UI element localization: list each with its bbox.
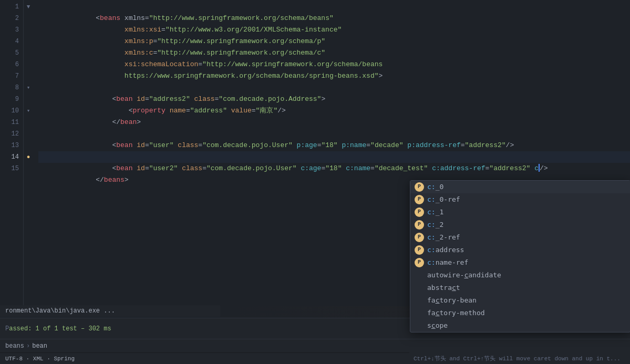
line-num-14: 14 bbox=[4, 151, 19, 163]
editor-container: 1 2 3 4 5 6 7 8 9 10 11 12 13 14 15 ▼ bbox=[0, 0, 630, 364]
line-num-13: 13 bbox=[4, 140, 19, 151]
gutter-9 bbox=[24, 93, 33, 105]
autocomplete-item-6[interactable]: P c:name-ref bbox=[410, 256, 630, 269]
code-line-6: https://www.springframework.org/schema/b… bbox=[38, 59, 630, 70]
autocomplete-item-9[interactable]: factory-bean bbox=[410, 294, 630, 307]
autocomplete-tooltip: Ctrl+↓节头 and Ctrl+↑节头 will move caret do… bbox=[409, 352, 630, 364]
line-num-15: 15 bbox=[4, 163, 19, 174]
ac-label-3: c:_2 bbox=[427, 219, 443, 231]
ac-icon-0: P bbox=[415, 182, 424, 192]
code-line-1: <beans xmlns="http://www.springframework… bbox=[38, 1, 630, 13]
autocomplete-item-2[interactable]: P c:_1 bbox=[410, 206, 630, 219]
code-line-3: xmlns:p="http://www.springframework.org/… bbox=[38, 24, 630, 36]
code-line-2: xmlns:xsi="http://www.w3.org/2001/XMLSch… bbox=[38, 13, 630, 24]
ac-label-11: scope bbox=[427, 319, 448, 332]
gutter-3 bbox=[24, 24, 33, 36]
ac-icon-6: P bbox=[415, 258, 424, 267]
ac-icon-5: P bbox=[415, 245, 424, 255]
breadcrumb-bar: beans › bean bbox=[0, 339, 630, 352]
line-num-1: 1 bbox=[4, 1, 19, 13]
ac-icon-4: P bbox=[415, 233, 424, 242]
code-line-7 bbox=[38, 70, 630, 82]
autocomplete-item-0[interactable]: P c:_0 bbox=[410, 181, 630, 193]
line-numbers: 1 2 3 4 5 6 7 8 9 10 11 12 13 14 15 bbox=[0, 0, 24, 306]
gutter-14: ● bbox=[24, 151, 33, 163]
ac-icon-3: P bbox=[415, 220, 424, 230]
line-num-10: 10 bbox=[4, 105, 19, 117]
status-text: UTF-8 · XML · Spring bbox=[5, 356, 75, 362]
code-line-15: </beans> bbox=[38, 163, 630, 174]
gutter-13 bbox=[24, 140, 33, 151]
gutter-10: ▾ bbox=[24, 105, 33, 117]
ac-label-8: abstract bbox=[427, 282, 460, 294]
ac-icon-2: P bbox=[415, 207, 424, 217]
gutter-12 bbox=[24, 128, 33, 140]
ac-icon-9 bbox=[415, 296, 424, 305]
fold-icon-8[interactable]: ▾ bbox=[27, 82, 30, 93]
ac-label-1: c:_0-ref bbox=[427, 193, 460, 206]
tooltip-text: Ctrl+↓节头 and Ctrl+↑节头 will move caret do… bbox=[414, 355, 621, 362]
autocomplete-item-11[interactable]: scope bbox=[410, 319, 630, 332]
ac-label-5: c:address bbox=[427, 244, 464, 256]
line-num-12: 12 bbox=[4, 128, 19, 140]
line-num-7: 7 bbox=[4, 70, 19, 82]
autocomplete-item-1[interactable]: P c:_0-ref bbox=[410, 193, 630, 206]
code-line-11 bbox=[38, 117, 630, 128]
gutter-11 bbox=[24, 117, 33, 128]
ac-label-4: c:_2-ref bbox=[427, 231, 460, 244]
line-num-2: 2 bbox=[4, 13, 19, 24]
gutter-7 bbox=[24, 70, 33, 82]
fold-icon-10[interactable]: ▾ bbox=[27, 105, 30, 117]
autocomplete-dropdown[interactable]: P c:_0 P c:_0-ref P c:_1 P c:_2 P c:_2-r… bbox=[410, 180, 630, 332]
code-line-12: <bean id="user" class="com.decade.pojo.U… bbox=[38, 128, 630, 140]
code-line-8: <bean id="address2" class="com.decade.po… bbox=[38, 82, 630, 93]
ac-label-2: c:_1 bbox=[427, 206, 443, 219]
code-line-13 bbox=[38, 140, 630, 151]
autocomplete-item-3[interactable]: P c:_2 bbox=[410, 219, 630, 231]
breadcrumb-beans[interactable]: beans bbox=[5, 342, 24, 350]
line-num-5: 5 bbox=[4, 47, 19, 59]
line-num-8: 8 bbox=[4, 82, 19, 93]
ac-icon-1: P bbox=[415, 195, 424, 204]
code-line-14: <bean id="user2" class="com.decade.pojo.… bbox=[38, 151, 630, 163]
gutter-4 bbox=[24, 36, 33, 47]
fold-icon-1[interactable]: ▼ bbox=[27, 1, 30, 13]
ac-label-10: factory-method bbox=[427, 307, 485, 319]
code-line-4: xmlns:c="http://www.springframework.org/… bbox=[38, 36, 630, 47]
ac-icon-7 bbox=[415, 271, 424, 280]
indent-15 bbox=[79, 176, 96, 184]
gutter-2 bbox=[24, 13, 33, 24]
code-line-9: <property name="address" value="南京"/> bbox=[38, 93, 630, 105]
gutter-6 bbox=[24, 59, 33, 70]
gutter-8: ▾ bbox=[24, 82, 33, 93]
console-text: ronment\Java\bin\java.exe ... bbox=[5, 307, 115, 315]
line-num-3: 3 bbox=[4, 24, 19, 36]
ac-label-9: factory-bean bbox=[427, 294, 477, 307]
line-num-6: 6 bbox=[4, 59, 19, 70]
autocomplete-item-7[interactable]: autowire-candidate bbox=[410, 269, 630, 282]
debug-icon-14[interactable]: ● bbox=[27, 151, 30, 163]
console-bar: ronment\Java\bin\java.exe ... bbox=[0, 305, 220, 317]
line-num-11: 11 bbox=[4, 117, 19, 128]
ac-icon-11 bbox=[415, 321, 424, 330]
test-result: Passed: 1 of 1 test – 302 ms bbox=[5, 325, 111, 332]
line-num-4: 4 bbox=[4, 36, 19, 47]
ac-icon-8 bbox=[415, 283, 424, 293]
autocomplete-item-10[interactable]: factory-method bbox=[410, 307, 630, 319]
gutter-1: ▼ bbox=[24, 1, 33, 13]
autocomplete-item-8[interactable]: abstract bbox=[410, 282, 630, 294]
ac-label-6: c:name-ref bbox=[427, 256, 468, 269]
code-line-5: xsi:schemaLocation="http://www.springfra… bbox=[38, 47, 630, 59]
line-num-9: 9 bbox=[4, 93, 19, 105]
ac-label-0: c:_0 bbox=[427, 181, 443, 193]
gutter: ▼ ▾ ▾ ● bbox=[24, 0, 33, 306]
breadcrumb-sep: › bbox=[26, 342, 30, 350]
autocomplete-item-5[interactable]: P c:address bbox=[410, 244, 630, 256]
code-line-10: </bean> bbox=[38, 105, 630, 117]
ac-icon-10 bbox=[415, 308, 424, 318]
breadcrumb-bean[interactable]: bean bbox=[32, 342, 47, 350]
autocomplete-item-4[interactable]: P c:_2-ref bbox=[410, 231, 630, 244]
gutter-15 bbox=[24, 163, 33, 174]
gutter-5 bbox=[24, 47, 33, 59]
ac-label-7: autowire-candidate bbox=[427, 269, 501, 282]
